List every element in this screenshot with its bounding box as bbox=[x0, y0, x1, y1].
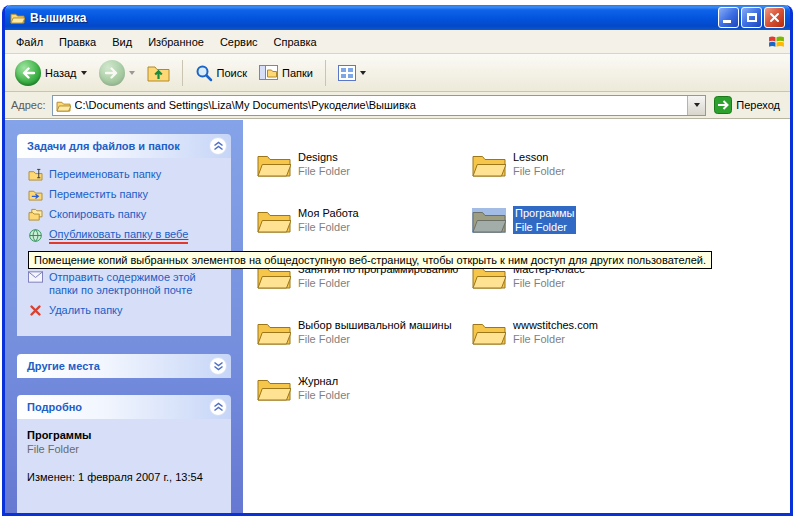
search-button[interactable]: Поиск bbox=[191, 62, 251, 84]
menu-item[interactable]: Избранное bbox=[140, 33, 212, 51]
sidebar-task-item[interactable]: Скопировать папку bbox=[27, 208, 225, 221]
windows-logo-icon bbox=[768, 33, 785, 50]
copy-folder-icon bbox=[27, 208, 43, 221]
back-button[interactable]: Назад bbox=[11, 58, 91, 88]
details-name: Программы bbox=[27, 429, 225, 441]
sidebar-task-item[interactable]: Отправить содержимое этой папки по элект… bbox=[27, 271, 225, 297]
folder-label: DesignsFile Folder bbox=[298, 150, 350, 178]
up-button[interactable] bbox=[143, 61, 174, 84]
folder-tile[interactable]: ПрограммыFile Folder bbox=[472, 192, 687, 248]
folder-tile[interactable]: Выбор вышивальной машиныFile Folder bbox=[257, 304, 472, 360]
sidebar-task-item[interactable]: Удалить папку bbox=[27, 304, 225, 317]
folder-tile[interactable]: ЖурналFile Folder bbox=[257, 360, 472, 416]
go-button[interactable]: Переход bbox=[712, 96, 786, 114]
collapse-button[interactable] bbox=[209, 398, 227, 416]
search-icon bbox=[195, 64, 213, 82]
expand-button[interactable] bbox=[209, 357, 227, 375]
window-content: Задачи для файлов и папок Переименовать … bbox=[5, 119, 790, 513]
folder-label: Моя РаботаFile Folder bbox=[298, 206, 359, 234]
back-dropdown-caret[interactable] bbox=[81, 71, 87, 75]
forward-arrow-icon bbox=[99, 60, 125, 86]
rename-folder-icon bbox=[27, 168, 43, 181]
chevron-down-icon bbox=[213, 361, 224, 371]
delete-icon bbox=[27, 304, 43, 317]
menu-item[interactable]: Справка bbox=[266, 33, 325, 51]
file-tasks-section: Задачи для файлов и папок Переименовать … bbox=[17, 134, 231, 336]
folder-icon bbox=[257, 207, 291, 234]
address-label: Адрес: bbox=[9, 99, 46, 111]
toolbar-separator bbox=[325, 60, 326, 86]
details-body: Программы File Folder Изменен: 1 февраля… bbox=[17, 419, 231, 513]
folder-tile[interactable]: LessonFile Folder bbox=[472, 136, 687, 192]
sidebar-task-item[interactable]: Переместить папку bbox=[27, 188, 225, 201]
folder-type: File Folder bbox=[298, 276, 458, 290]
back-arrow-icon bbox=[15, 60, 41, 86]
folder-icon bbox=[257, 319, 291, 346]
file-tasks-header[interactable]: Задачи для файлов и папок bbox=[17, 134, 231, 158]
folder-icon bbox=[472, 151, 506, 178]
menu-bar-items: ФайлПравкаВидИзбранноеСервисСправка bbox=[8, 33, 768, 51]
window-folder-icon bbox=[10, 11, 25, 24]
folder-tile[interactable]: Моя РаботаFile Folder bbox=[257, 192, 472, 248]
address-input[interactable]: C:\Documents and Settings\Liza\My Docume… bbox=[52, 95, 707, 116]
other-places-header[interactable]: Другие места bbox=[17, 354, 231, 378]
folder-label: LessonFile Folder bbox=[513, 150, 565, 178]
details-title: Подробно bbox=[27, 401, 209, 413]
go-icon bbox=[714, 96, 732, 114]
other-places-section: Другие места bbox=[17, 354, 231, 378]
folder-name: Журнал bbox=[298, 374, 350, 388]
maximize-icon bbox=[747, 13, 757, 22]
sidebar-task-item[interactable]: Переименовать папку bbox=[27, 168, 225, 181]
folder-tile[interactable]: wwwstitches.comFile Folder bbox=[472, 304, 687, 360]
file-list-area[interactable]: DesignsFile FolderLessonFile FolderМоя Р… bbox=[243, 120, 790, 513]
minimize-button[interactable] bbox=[718, 7, 739, 28]
folder-label: Выбор вышивальной машиныFile Folder bbox=[298, 318, 452, 346]
task-label: Опубликовать папку в вебе bbox=[49, 228, 188, 244]
chevron-up-icon bbox=[213, 402, 224, 412]
address-bar: Адрес: C:\Documents and Settings\Liza\My… bbox=[5, 92, 790, 119]
folders-pane-icon bbox=[259, 65, 278, 80]
maximize-button[interactable] bbox=[741, 7, 762, 28]
task-label: Отправить содержимое этой папки по элект… bbox=[49, 271, 225, 297]
window-title: Вышивка bbox=[30, 11, 713, 25]
folder-tile[interactable]: DesignsFile Folder bbox=[257, 136, 472, 192]
address-folder-icon bbox=[56, 99, 71, 112]
views-grid-icon bbox=[338, 65, 356, 81]
folder-name: Моя Работа bbox=[298, 206, 359, 220]
folder-type: File Folder bbox=[298, 388, 350, 402]
menu-item[interactable]: Вид bbox=[104, 33, 140, 51]
tooltip: Помещение копий выбранных элементов на о… bbox=[28, 251, 712, 269]
toolbar: Назад Поиск Папки bbox=[5, 54, 790, 92]
folder-name: Выбор вышивальной машины bbox=[298, 318, 452, 332]
folder-type: File Folder bbox=[513, 332, 598, 346]
menu-item[interactable]: Правка bbox=[51, 33, 104, 51]
address-dropdown-button[interactable] bbox=[687, 96, 705, 115]
go-label: Переход bbox=[736, 99, 780, 111]
title-bar[interactable]: Вышивка bbox=[5, 5, 790, 30]
menu-item[interactable]: Сервис bbox=[212, 33, 266, 51]
sidebar-task-item[interactable]: Опубликовать папку в вебе bbox=[27, 228, 225, 244]
folders-label: Папки bbox=[282, 67, 313, 79]
forward-button[interactable] bbox=[95, 58, 139, 88]
menu-bar: ФайлПравкаВидИзбранноеСервисСправка bbox=[5, 30, 790, 54]
menu-item[interactable]: Файл bbox=[8, 33, 51, 51]
details-modified: Изменен: 1 февраля 2007 г., 13:54 bbox=[27, 471, 225, 483]
folder-type: File Folder bbox=[513, 164, 565, 178]
folders-button[interactable]: Папки bbox=[255, 63, 317, 82]
views-dropdown-caret[interactable] bbox=[360, 71, 366, 75]
task-label: Скопировать папку bbox=[49, 208, 146, 221]
task-label: Удалить папку bbox=[49, 304, 123, 317]
folder-label: ПрограммыFile Folder bbox=[513, 206, 576, 234]
folder-name: Lesson bbox=[513, 150, 565, 164]
file-tasks-list: Переименовать папкуПереместить папкуСкоп… bbox=[17, 158, 231, 336]
folder-name: Designs bbox=[298, 150, 350, 164]
collapse-button[interactable] bbox=[209, 137, 227, 155]
close-icon bbox=[769, 12, 780, 23]
views-button[interactable] bbox=[334, 63, 370, 83]
task-label: Переместить папку bbox=[49, 188, 148, 201]
close-button[interactable] bbox=[764, 7, 785, 28]
folder-type: File Folder bbox=[298, 220, 359, 234]
details-header[interactable]: Подробно bbox=[17, 395, 231, 419]
folder-type: File Folder bbox=[515, 220, 574, 234]
details-type: File Folder bbox=[27, 443, 225, 455]
